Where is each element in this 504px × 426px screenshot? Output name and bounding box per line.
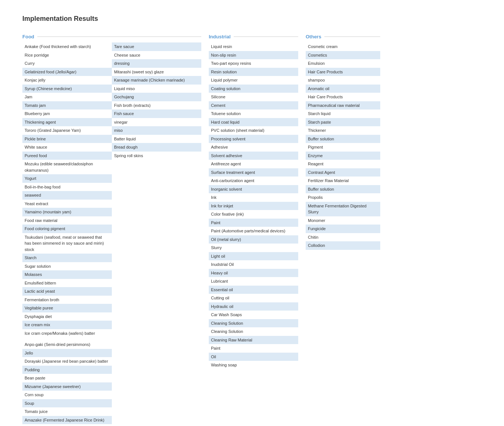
list-item: Spring roll skins: [112, 152, 201, 160]
list-item: Liquid miso: [112, 85, 201, 93]
list-item: Heavy oil: [209, 269, 298, 277]
list-item: Molasses: [22, 270, 112, 279]
food-col-1: Ankake (Food thickened with starch)Rice …: [22, 42, 112, 426]
list-item: Starch: [22, 254, 112, 262]
list-item: dressing: [112, 59, 201, 68]
list-item: Bread dough: [112, 143, 201, 152]
others-label: Others: [306, 34, 321, 39]
list-item: Inudstrial Oil: [209, 260, 298, 269]
list-item: Ice cream mix: [22, 321, 112, 329]
list-item: Pigment: [306, 143, 380, 152]
list-item: Essential oil: [209, 286, 298, 294]
list-item: Ice cram crepe/Monaka (wafers) batter: [22, 329, 112, 338]
main-layout: Food Ankake (Food thickened with starch)…: [22, 34, 482, 426]
industrial-section: Industrial Liquid resinNon-slip resinTwo…: [209, 34, 298, 369]
list-item: Ink: [209, 193, 298, 202]
others-list: Cosmetic creamCosmeticsEmulsionHair Care…: [306, 42, 380, 250]
list-item: Solvent adhesive: [209, 152, 298, 160]
list-item: Food raw material: [22, 216, 112, 225]
list-item: Color fixative (ink): [209, 210, 298, 219]
list-item: Liquid resin: [209, 42, 298, 51]
page-title: Implementation Results: [22, 15, 482, 23]
list-item: Syrup (Chinese medicine): [22, 85, 112, 93]
list-item: Fertilizer Raw Material: [306, 177, 380, 185]
list-item: Hard coat liquid: [209, 118, 298, 127]
list-item: Karaage marinade (Chicken marinade): [112, 76, 201, 85]
list-item: Toluene solution: [209, 109, 298, 118]
list-item: Yamaimo (mountain yam): [22, 208, 112, 216]
list-item: shampoo: [306, 76, 380, 85]
list-item: Two-part epoxy resins: [209, 59, 298, 68]
list-item: Processing solvent: [209, 135, 298, 143]
list-item: Chitin: [306, 233, 380, 242]
list-item: Cutting oil: [209, 294, 298, 302]
list-item: Monomer: [306, 216, 380, 225]
list-item: Oil: [209, 353, 298, 361]
list-item: Dysphagia diet: [22, 312, 112, 321]
list-item: Vegitable puree: [22, 304, 112, 312]
list-item: Yogurt: [22, 174, 112, 183]
list-item: Enzyme: [306, 152, 380, 160]
list-item: Ankake (Food thickened with starch): [22, 42, 112, 51]
list-item: Hair Care Products: [306, 68, 380, 76]
list-item: Pharmaceutical raw material: [306, 101, 380, 110]
list-item: Cleaning Raw Material: [209, 336, 298, 344]
food-section: Food Ankake (Food thickened with starch)…: [22, 34, 201, 426]
list-item: Lubricant: [209, 277, 298, 286]
list-item: Jam: [22, 93, 112, 101]
list-item: Buffer solution: [306, 135, 380, 143]
list-item: Paint (Automotive parts/medical devices): [209, 227, 298, 235]
list-item: Fungicide: [306, 225, 380, 233]
list-item: Konjac jelly: [22, 76, 112, 85]
list-item: Aromatic oil: [306, 85, 380, 93]
list-item: Anti-carburization agent: [209, 177, 298, 185]
list-item: Cleaning Solution: [209, 319, 298, 328]
list-item: Mitarashi (sweet soy) glaze: [112, 68, 201, 76]
list-item: Anpo-gaki (Semi-dried persimmons): [22, 340, 112, 349]
list-item: Sugar solution: [22, 262, 112, 271]
list-item: seaweed: [22, 191, 112, 200]
list-item: PVC solution (sheet material): [209, 126, 298, 135]
list-item: Bean paste: [22, 374, 112, 382]
industrial-section-title: Industrial: [209, 34, 298, 39]
list-item: Resin solution: [209, 68, 298, 76]
list-item: Hydraulic oil: [209, 302, 298, 311]
list-item: Dorayaki (Japanese red bean pancake) bat…: [22, 357, 112, 366]
others-section: Others Cosmetic creamCosmeticsEmulsionHa…: [306, 34, 380, 250]
list-item: Tare sacue: [112, 42, 201, 51]
list-item: Starch paste: [306, 118, 380, 127]
list-item: Contrast Agent: [306, 168, 380, 177]
list-item: Silicone: [209, 93, 298, 101]
list-item: Emulsified bittern: [22, 279, 112, 287]
list-item: Tsukudani (seafood, meat or seaweed that…: [22, 233, 112, 254]
list-item: Pudding: [22, 366, 112, 374]
list-item: Food coloring pigment: [22, 225, 112, 233]
list-item: Light oil: [209, 252, 298, 261]
list-item: Non-slip resin: [209, 51, 298, 60]
list-item: Slurry: [209, 244, 298, 252]
list-item: Fish sauce: [112, 109, 201, 118]
list-item: Coating solution: [209, 85, 298, 93]
food-columns: Ankake (Food thickened with starch)Rice …: [22, 42, 201, 426]
list-item: Starch liquid: [306, 109, 380, 118]
list-item: Jello: [22, 349, 112, 357]
list-item: Tomato juice: [22, 407, 112, 416]
spacer: [22, 337, 112, 340]
list-item: Cement: [209, 101, 298, 110]
list-item: Fermentation broth: [22, 296, 112, 304]
list-item: Paint: [209, 344, 298, 353]
list-item: Cosmetic cream: [306, 42, 380, 51]
list-item: Cleaning Solution: [209, 327, 298, 336]
list-item: Reagent: [306, 160, 380, 168]
list-item: Yeast extract: [22, 200, 112, 208]
list-item: Tomato jam: [22, 101, 112, 110]
list-item: Curry: [22, 59, 112, 68]
list-item: Collodion: [306, 241, 380, 250]
list-item: Milk: [22, 424, 112, 426]
list-item: Liquid polymer: [209, 76, 298, 85]
list-item: Corn soup: [22, 391, 112, 399]
list-item: Tororo (Grated Japanese Yam): [22, 126, 112, 135]
list-item: Paint: [209, 219, 298, 227]
list-item: Propolis: [306, 193, 380, 202]
list-item: Mozuku (edible seaweed/cladosiphon okamu…: [22, 160, 112, 174]
